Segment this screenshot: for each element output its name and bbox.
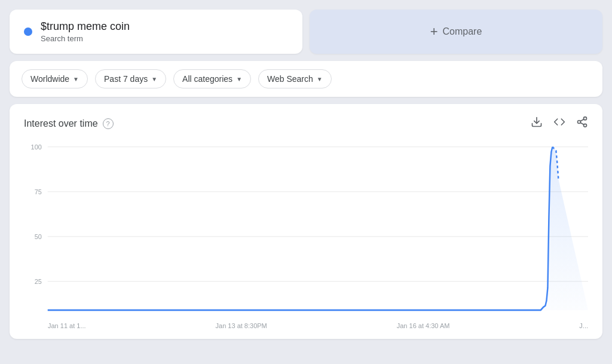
search-term-card: $trump meme coin Search term <box>10 10 302 54</box>
search-term-type-label: Search term <box>41 34 130 43</box>
svg-line-4 <box>580 123 584 124</box>
region-chevron-icon: ▼ <box>73 76 79 82</box>
chart-title-group: Interest over time ? <box>24 118 114 129</box>
compare-plus-icon: + <box>430 24 438 39</box>
search-term-text: $trump meme coin Search term <box>41 20 130 43</box>
chart-header: Interest over time ? <box>24 116 588 131</box>
x-label-1: Jan 11 at 1... <box>48 322 86 329</box>
chart-area: 100 75 50 25 <box>24 140 588 320</box>
time-filter[interactable]: Past 7 days ▼ <box>95 69 166 88</box>
x-label-2: Jan 13 at 8:30PM <box>216 322 267 329</box>
time-label: Past 7 days <box>104 74 148 84</box>
download-icon[interactable] <box>531 116 543 131</box>
category-label: All categories <box>182 74 232 84</box>
filters-row: Worldwide ▼ Past 7 days ▼ All categories… <box>10 61 602 97</box>
svg-text:50: 50 <box>35 233 42 240</box>
search-type-label: Web Search <box>267 74 313 84</box>
category-chevron-icon: ▼ <box>236 76 242 82</box>
help-icon[interactable]: ? <box>103 118 114 129</box>
interest-chart: 100 75 50 25 <box>24 140 588 320</box>
chart-card: Interest over time ? <box>10 104 602 339</box>
search-type-chevron-icon: ▼ <box>317 76 323 82</box>
category-filter[interactable]: All categories ▼ <box>173 69 251 88</box>
region-label: Worldwide <box>30 74 69 84</box>
chart-actions <box>531 116 588 131</box>
compare-card[interactable]: + Compare <box>310 10 602 54</box>
x-label-4: J... <box>579 322 588 329</box>
chart-fill <box>48 147 588 310</box>
svg-text:75: 75 <box>35 188 42 195</box>
compare-label: Compare <box>443 26 482 37</box>
svg-text:100: 100 <box>31 143 42 151</box>
time-chevron-icon: ▼ <box>151 76 157 82</box>
search-term-name: $trump meme coin <box>41 20 130 33</box>
search-type-filter[interactable]: Web Search ▼ <box>258 69 332 88</box>
chart-line <box>48 147 553 310</box>
chart-title: Interest over time <box>24 118 98 129</box>
x-axis-labels: Jan 11 at 1... Jan 13 at 8:30PM Jan 16 a… <box>24 322 588 329</box>
x-label-3: Jan 16 at 4:30 AM <box>397 322 450 329</box>
svg-line-5 <box>580 119 584 121</box>
region-filter[interactable]: Worldwide ▼ <box>22 69 88 88</box>
embed-code-icon[interactable] <box>553 116 565 131</box>
share-icon[interactable] <box>576 116 588 131</box>
search-term-dot <box>24 27 32 36</box>
svg-text:25: 25 <box>35 278 42 285</box>
